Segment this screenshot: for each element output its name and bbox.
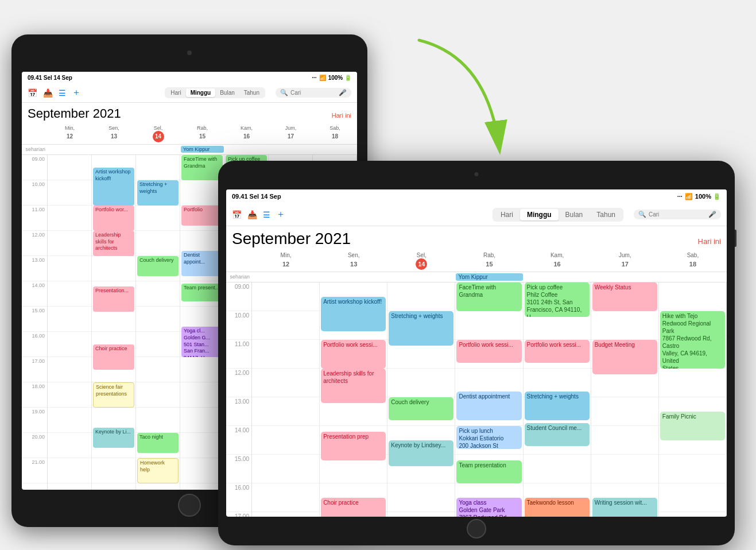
event-large-6-1[interactable]: Family Picnic: [660, 412, 725, 440]
allday-cell-3: Yom Kippur: [180, 145, 224, 154]
time-slot-large-16.00: 16.00: [226, 483, 251, 512]
event-small-3-1[interactable]: Portfolio: [181, 206, 223, 226]
event-small-3-5[interactable]: Dentist appoint...: [181, 251, 223, 276]
event-large-5-2[interactable]: Writing session wit...: [592, 498, 657, 517]
hour-line: [48, 357, 91, 382]
hour-line-large: [387, 483, 455, 512]
event-large-3-0[interactable]: FaceTime with Grandma: [456, 282, 521, 311]
hour-line: [136, 408, 180, 433]
search-input-large[interactable]: [649, 211, 706, 218]
today-btn-large[interactable]: Hari ini: [698, 237, 721, 246]
day-header-2: Sel, 14: [136, 123, 180, 144]
search-box-small[interactable]: 🔍 🎤: [276, 88, 351, 98]
event-small-1-3[interactable]: Presentation...: [93, 286, 134, 312]
event-large-2-2[interactable]: Keynote by Lindsey...: [389, 440, 453, 466]
hour-line: [92, 256, 135, 281]
event-large-1-1[interactable]: Portfolio work sessi...: [321, 340, 386, 369]
add-icon[interactable]: ＋: [72, 87, 81, 99]
hour-line-large: [252, 311, 319, 340]
hour-line: [92, 458, 135, 483]
event-small-1-6[interactable]: Keynote by Li...: [93, 428, 134, 448]
allday-large-2: [387, 272, 455, 282]
allday-large-5: [591, 272, 659, 282]
hour-line: [48, 256, 91, 281]
calendar-icon-large[interactable]: 📅: [232, 210, 242, 219]
hour-line: [48, 155, 91, 180]
event-small-2-1[interactable]: Couch delivery: [137, 256, 179, 276]
time-slot-21.00: 21.00: [22, 458, 47, 483]
day-header-large-0: Min, 12: [252, 250, 320, 272]
event-large-4-2[interactable]: Stretching + weights: [525, 392, 590, 420]
view-tab-hari[interactable]: Hari: [166, 88, 185, 97]
search-box-large[interactable]: 🔍 🎤: [634, 210, 721, 219]
view-tab-large-minggu[interactable]: Minggu: [520, 209, 559, 220]
view-tabs-large: HariMingguBulanTahun: [493, 208, 623, 222]
cal-header-large: September 2021 Hari ini: [226, 226, 727, 250]
event-small-1-4[interactable]: Choir practice: [93, 344, 134, 370]
event-large-2-1[interactable]: Couch delivery: [389, 397, 453, 420]
calendar-icon[interactable]: 📅: [28, 88, 37, 98]
event-small-1-5[interactable]: Science fair presentations: [93, 382, 134, 408]
day-header-5: Jum, 17: [269, 123, 313, 144]
allday-cell-6: [313, 145, 357, 154]
hour-line: [136, 231, 180, 256]
event-large-1-3[interactable]: Presentation prep: [321, 432, 386, 460]
event-small-3-3[interactable]: Team present...: [181, 284, 223, 301]
event-large-1-2[interactable]: Leadership skills for architects: [321, 369, 386, 403]
view-tab-large-hari[interactable]: Hari: [494, 209, 520, 220]
list-icon-large[interactable]: ☰: [263, 210, 270, 219]
event-large-3-3[interactable]: Pick up lunchKokkari Estiatorio200 Jacks…: [456, 426, 521, 449]
toolbar-large: 📅 📥 ☰ ＋ HariMingguBulanTahun 🔍 🎤: [226, 203, 727, 226]
event-small-2-0[interactable]: Stretching + weights: [137, 180, 179, 206]
event-large-3-5[interactable]: Yoga classGolden Gate Park7867 Redwood R…: [456, 498, 521, 517]
event-small-1-1[interactable]: Portfolio wor...: [93, 206, 134, 231]
view-tab-tahun[interactable]: Tahun: [239, 88, 264, 97]
day-header-large-2: Sel, 14: [387, 250, 455, 272]
allday-cell-5: [269, 145, 313, 154]
home-button-large[interactable]: [467, 519, 486, 539]
inbox-icon[interactable]: 📥: [43, 88, 53, 98]
event-large-3-1[interactable]: Portfolio work sessi...: [456, 340, 521, 363]
event-large-4-4[interactable]: Taekwondo lesson: [525, 498, 590, 517]
event-large-6-0[interactable]: Hike with TejoRedwood Regional Park7867 …: [660, 311, 725, 369]
event-large-3-2[interactable]: Dentist appointment: [456, 392, 521, 420]
event-large-2-0[interactable]: Stretching + weights: [389, 311, 453, 346]
event-small-2-3[interactable]: Homework help: [137, 458, 179, 483]
event-small-1-0[interactable]: Artist workshop kickoff!: [93, 168, 134, 206]
event-large-1-0[interactable]: Artist workshop kickoff!: [321, 297, 386, 331]
event-large-4-0[interactable]: Pick up coffeePhilz Coffee3101 24th St, …: [525, 282, 590, 317]
hour-line: [48, 382, 91, 408]
search-icon-large: 🔍: [638, 211, 646, 218]
inbox-icon-large[interactable]: 📥: [247, 210, 257, 219]
event-large-4-1[interactable]: Portfolio work sessi...: [525, 340, 590, 363]
hour-line: [180, 180, 224, 206]
screen-large: 09.41 Sel 14 Sep ··· 📶 100% 🔋 📅 📥 ☰ ＋ Ha…: [226, 189, 727, 517]
event-small-1-2[interactable]: Leadership skills for architects: [93, 231, 134, 256]
today-btn-small[interactable]: Hari ini: [332, 112, 351, 119]
event-large-5-0[interactable]: Weekly Status: [592, 282, 657, 311]
event-large-5-1[interactable]: Budget Meeting: [592, 340, 657, 374]
hour-line-large: [387, 512, 455, 517]
home-button-small[interactable]: [178, 494, 201, 517]
view-tab-minggu[interactable]: Minggu: [186, 88, 216, 97]
day-header-large-3: Rab, 15: [455, 250, 523, 272]
search-input-small[interactable]: [290, 90, 336, 96]
event-small-2-2[interactable]: Taco night: [137, 433, 179, 453]
hour-line-large: [659, 512, 726, 517]
wifi-icon-large: 📶: [685, 193, 693, 200]
time-slot-large-12.00: 12.00: [226, 369, 251, 397]
view-tab-large-tahun[interactable]: Tahun: [590, 209, 622, 220]
view-tab-large-bulan[interactable]: Bulan: [559, 209, 590, 220]
event-small-3-0[interactable]: FaceTime with Grandma: [181, 155, 223, 180]
add-icon-large[interactable]: ＋: [276, 208, 285, 220]
hour-line: [180, 408, 224, 433]
view-tab-bulan[interactable]: Bulan: [215, 88, 239, 97]
day-header-0: Min, 12: [48, 123, 92, 144]
event-large-4-3[interactable]: Student Council me...: [525, 423, 590, 446]
event-large-1-4[interactable]: Choir practice: [321, 498, 386, 517]
list-icon[interactable]: ☰: [59, 88, 66, 98]
event-small-3-4[interactable]: Yoga cl...Golden G...501 Stan...San Fran…: [181, 327, 223, 357]
hour-line-large: [524, 455, 591, 483]
event-large-3-4[interactable]: Team presentation: [456, 460, 521, 483]
hour-line-large: [387, 282, 455, 311]
